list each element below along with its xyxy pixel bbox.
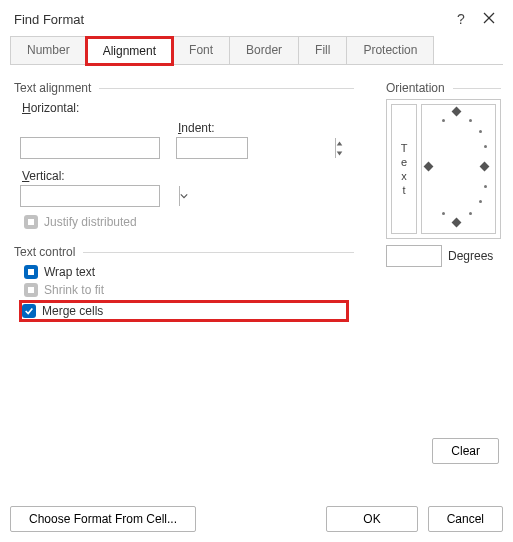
text-alignment-group: Text alignment xyxy=(14,81,354,95)
cancel-button[interactable]: Cancel xyxy=(428,506,503,532)
degrees-label: Degrees xyxy=(448,249,493,263)
horizontal-combo[interactable] xyxy=(20,137,160,159)
tab-number[interactable]: Number xyxy=(10,36,87,64)
tab-border[interactable]: Border xyxy=(229,36,299,64)
clear-button[interactable]: Clear xyxy=(432,438,499,464)
tab-alignment[interactable]: Alignment xyxy=(86,37,173,65)
svg-marker-2 xyxy=(337,141,343,145)
orientation-group: Orientation xyxy=(386,81,501,95)
help-button[interactable]: ? xyxy=(447,7,475,31)
tab-strip: Number Alignment Font Border Fill Protec… xyxy=(10,36,503,65)
shrink-label: Shrink to fit xyxy=(44,283,104,297)
indent-spinner[interactable] xyxy=(176,137,248,159)
degrees-spinner[interactable] xyxy=(386,245,442,267)
tab-fill[interactable]: Fill xyxy=(298,36,347,64)
vertical-combo[interactable] xyxy=(20,185,160,207)
orientation-dial[interactable] xyxy=(421,104,496,234)
dialog-title: Find Format xyxy=(14,12,447,27)
choose-format-button[interactable]: Choose Format From Cell... xyxy=(10,506,196,532)
spin-down-icon[interactable] xyxy=(336,148,343,158)
spin-up-icon[interactable] xyxy=(336,138,343,148)
svg-marker-3 xyxy=(337,151,343,155)
wrap-text-label: Wrap text xyxy=(44,265,95,279)
ok-button[interactable]: OK xyxy=(326,506,417,532)
indent-input[interactable] xyxy=(177,138,335,158)
tab-protection[interactable]: Protection xyxy=(346,36,434,64)
justify-checkbox xyxy=(24,215,38,229)
tab-font[interactable]: Font xyxy=(172,36,230,64)
justify-label: Justify distributed xyxy=(44,215,137,229)
vertical-input[interactable] xyxy=(21,186,179,206)
close-button[interactable] xyxy=(475,7,503,31)
merge-cells-label: Merge cells xyxy=(42,304,103,318)
orientation-vertical-text[interactable]: T e x t xyxy=(391,104,417,234)
vertical-label: Vertical: xyxy=(22,169,65,183)
text-control-group: Text control xyxy=(14,245,354,259)
horizontal-label: Horizontal: xyxy=(22,101,79,115)
shrink-checkbox xyxy=(24,283,38,297)
indent-label: Indent: xyxy=(178,121,215,135)
wrap-text-checkbox[interactable] xyxy=(24,265,38,279)
merge-cells-checkbox[interactable] xyxy=(22,304,36,318)
horizontal-input[interactable] xyxy=(21,138,179,158)
chevron-down-icon[interactable] xyxy=(179,186,188,206)
